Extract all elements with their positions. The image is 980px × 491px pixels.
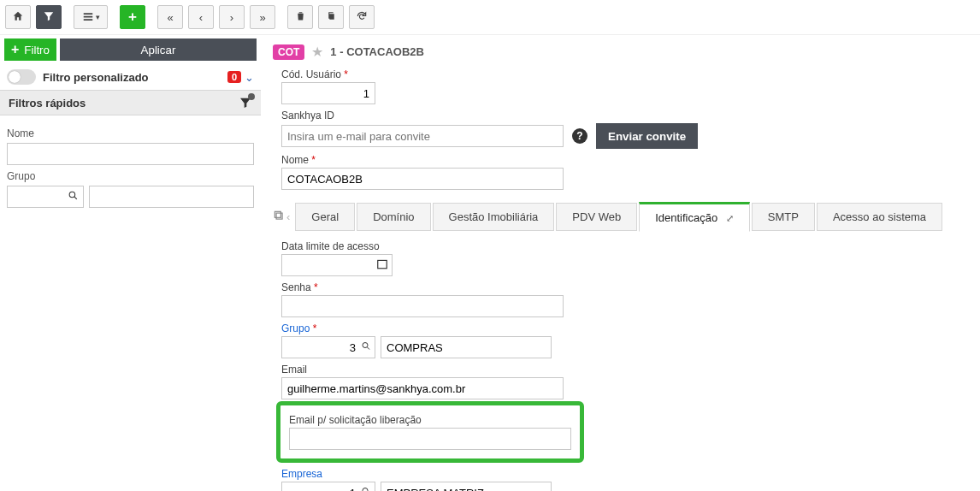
personalized-filter-row: Filtro personalizado 0 ⌄ bbox=[0, 64, 261, 90]
search-icon[interactable] bbox=[361, 487, 371, 492]
prev-record-button[interactable]: ‹ bbox=[188, 5, 214, 29]
help-icon[interactable]: ? bbox=[572, 128, 587, 144]
email-label: Email bbox=[281, 364, 970, 376]
calendar-icon[interactable] bbox=[376, 258, 388, 273]
tab-smtp[interactable]: SMTP bbox=[752, 203, 815, 231]
personalized-toggle[interactable] bbox=[7, 69, 36, 85]
tab-geral[interactable]: Geral bbox=[295, 203, 355, 231]
sankhya-id-label: Sankhya ID bbox=[281, 109, 970, 121]
svg-rect-3 bbox=[378, 260, 387, 268]
plus-icon: + bbox=[128, 9, 137, 26]
filter-count-badge: 0 bbox=[227, 71, 241, 83]
search-icon[interactable] bbox=[361, 341, 371, 354]
add-record-button[interactable]: + bbox=[120, 5, 145, 29]
main-panel: COT ★ 1 - COTACAOB2B Cód. Usuário Sankhy… bbox=[261, 35, 980, 491]
filter-settings-button[interactable] bbox=[239, 96, 252, 109]
tab-identificacao[interactable]: Identificação ⤢ bbox=[639, 202, 750, 232]
highlight-annotation: Email p/ solicitação liberação bbox=[276, 401, 584, 463]
quick-filters-header: Filtros rápidos bbox=[0, 90, 261, 115]
delete-button[interactable] bbox=[287, 5, 313, 29]
tabs-row: ‹ Geral Domínio Gestão Imobiliária PDV W… bbox=[273, 202, 970, 232]
email-liberacao-input[interactable] bbox=[289, 428, 571, 450]
tabs-copy-icon[interactable] bbox=[273, 210, 285, 224]
expand-icon[interactable]: ⤢ bbox=[726, 213, 734, 223]
filter-toggle-button[interactable] bbox=[36, 5, 62, 29]
svg-rect-1 bbox=[276, 213, 282, 219]
send-invite-button[interactable]: Enviar convite bbox=[596, 123, 698, 149]
add-filter-label: Filtro bbox=[24, 44, 50, 56]
personalized-filter-label: Filtro personalizado bbox=[43, 71, 149, 84]
home-icon bbox=[12, 10, 24, 25]
chevron-left-icon: ‹ bbox=[199, 11, 203, 24]
refresh-icon bbox=[356, 10, 368, 25]
svg-point-5 bbox=[363, 488, 368, 492]
empresa-label[interactable]: Empresa bbox=[281, 468, 970, 480]
chevron-right-icon: › bbox=[230, 11, 233, 24]
svg-point-4 bbox=[363, 343, 368, 348]
grupo-label[interactable]: Grupo bbox=[281, 322, 970, 334]
email-input[interactable] bbox=[281, 377, 564, 399]
refresh-button[interactable] bbox=[349, 5, 375, 29]
home-button[interactable] bbox=[5, 5, 31, 29]
filter-name-label: Nome bbox=[7, 127, 254, 139]
last-record-button[interactable]: » bbox=[250, 5, 275, 29]
svg-rect-2 bbox=[275, 211, 280, 217]
email-liberacao-label: Email p/ solicitação liberação bbox=[289, 414, 571, 426]
search-icon[interactable] bbox=[68, 190, 79, 204]
add-filter-button[interactable]: + Filtro bbox=[4, 38, 56, 61]
senha-input[interactable] bbox=[281, 295, 564, 317]
filter-group-desc-input[interactable] bbox=[89, 186, 254, 208]
svg-point-0 bbox=[69, 192, 75, 198]
favorite-star-icon[interactable]: ★ bbox=[311, 44, 323, 60]
data-limite-label: Data limite de acesso bbox=[281, 240, 970, 252]
cod-usuario-label: Cód. Usuário bbox=[281, 68, 970, 80]
senha-label: Senha bbox=[281, 281, 970, 293]
tab-acesso-sistema[interactable]: Acesso ao sistema bbox=[817, 203, 942, 231]
copy-icon bbox=[326, 10, 337, 24]
next-record-button[interactable]: › bbox=[219, 5, 245, 29]
double-chevron-right-icon: » bbox=[259, 11, 265, 24]
nome-input[interactable] bbox=[281, 168, 564, 190]
tab-pdv-web[interactable]: PDV Web bbox=[556, 203, 637, 231]
top-toolbar: ▾ + « ‹ › » bbox=[0, 0, 980, 35]
first-record-button[interactable]: « bbox=[157, 5, 183, 29]
tab-dominio[interactable]: Domínio bbox=[357, 203, 430, 231]
record-type-badge: COT bbox=[273, 44, 304, 60]
caret-down-icon: ▾ bbox=[96, 13, 100, 21]
list-icon bbox=[82, 11, 94, 23]
trash-icon bbox=[295, 10, 306, 24]
filter-group-label: Grupo bbox=[7, 170, 254, 182]
nome-label: Nome bbox=[281, 154, 970, 166]
funnel-icon bbox=[43, 10, 55, 25]
grupo-desc-input[interactable] bbox=[381, 336, 552, 358]
list-view-button[interactable]: ▾ bbox=[74, 5, 108, 29]
tab-identificacao-label: Identificação bbox=[655, 211, 717, 224]
tabs-scroll-left-icon[interactable]: ‹ bbox=[286, 210, 290, 223]
tab-gestao-imobiliaria[interactable]: Gestão Imobiliária bbox=[433, 203, 555, 231]
empresa-desc-input[interactable] bbox=[381, 482, 552, 491]
chevron-down-icon[interactable]: ⌄ bbox=[245, 71, 254, 84]
filter-name-input[interactable] bbox=[7, 143, 254, 165]
double-chevron-left-icon: « bbox=[167, 11, 173, 24]
left-filter-panel: + Filtro Aplicar Filtro personalizado 0 … bbox=[0, 35, 261, 491]
plus-icon: + bbox=[11, 42, 19, 57]
sankhya-id-input[interactable] bbox=[281, 125, 564, 147]
cod-usuario-input[interactable] bbox=[281, 82, 375, 104]
apply-filters-button[interactable]: Aplicar bbox=[60, 38, 257, 61]
gear-dot-icon bbox=[248, 93, 255, 100]
copy-button[interactable] bbox=[318, 5, 344, 29]
record-title: 1 - COTACAOB2B bbox=[330, 45, 424, 58]
quick-filters-title: Filtros rápidos bbox=[9, 97, 86, 109]
